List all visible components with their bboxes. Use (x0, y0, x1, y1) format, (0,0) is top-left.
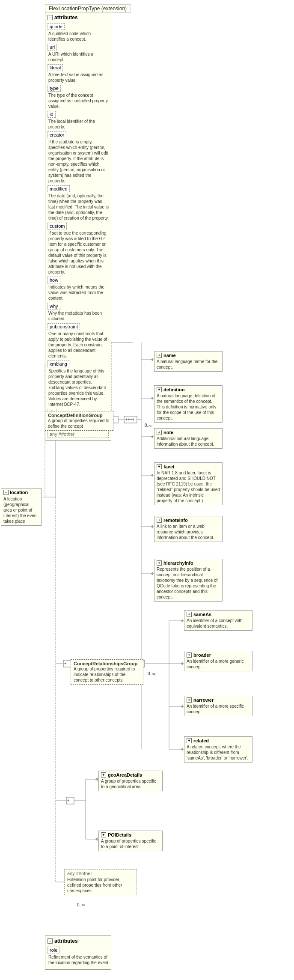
poi-box: + POIDetails A group of properties speci… (98, 831, 163, 851)
any-other-label: any ##other (67, 871, 134, 876)
prop-remoteinfo-label: + remoteInfo (157, 518, 220, 523)
attr-id-desc: The local identifier of the property. (48, 119, 109, 130)
prop-broader-label: + broader (187, 652, 250, 658)
location-desc: A location (geographical area or point o… (3, 496, 39, 524)
poi-icon: + (101, 832, 106, 837)
prop-sameas-box: + sameAs An identifier of a concept with… (184, 610, 252, 631)
attr-custom: custom If set to true the corresponding … (48, 223, 109, 275)
poi-label: + POIDetails (101, 832, 160, 837)
attr-xmllang-desc: Specifies the language of this property … (48, 368, 109, 407)
attr-role: role Refinement of the semantics of the … (48, 947, 109, 965)
location-label: - location (3, 490, 39, 495)
concept-rel-label: ConceptRelationshipsGroup (74, 661, 140, 666)
attr-qcode: qcode A qualified code which identifies … (48, 23, 109, 42)
any-other-mult: 0..∞ (77, 903, 85, 907)
attributes-header: - attributes (48, 15, 109, 21)
concept-def-box: ConceptDefinitionGroup A group of proper… (45, 411, 113, 431)
attr-uri: uri A URI which identifies a concept. (48, 44, 109, 63)
svg-text:++++: ++++ (125, 417, 134, 422)
attributes-box: - attributes qcode A qualified code whic… (45, 12, 111, 441)
svg-marker-39 (181, 662, 183, 665)
prop-facet-box: + facet In NAR 1.8 and later, facet is d… (154, 462, 223, 505)
svg-marker-37 (151, 572, 153, 575)
prop-narrower-icon: + (187, 697, 192, 703)
attr-literal-desc: A free-text value assigned as property v… (48, 72, 109, 83)
concept-def-desc: A group of properties required to define… (48, 418, 110, 429)
prop-definition-label: + definition (157, 387, 220, 392)
concept-rel-mult: 0..∞ (148, 671, 155, 676)
bottom-attributes-box: - attributes role Refinement of the sema… (45, 935, 111, 970)
attr-literal-name: literal (48, 64, 63, 71)
prop-definition-icon: + (157, 387, 162, 392)
attr-why-name: why (48, 303, 60, 310)
attributes-any-label: any ##other (50, 432, 74, 437)
bottom-attributes-title: attributes (54, 938, 78, 944)
attr-type-name: type (48, 85, 61, 92)
svg-marker-36 (151, 525, 153, 528)
any-other-box: any ##other Extension point for provider… (64, 869, 137, 895)
attributes-any-other: any ##other (48, 430, 109, 438)
attr-how-desc: Indicates by which means the value was e… (48, 284, 109, 301)
prop-name-box: + name A natural language name for the c… (154, 351, 223, 372)
attr-pubconstraint: pubconstraint One or many constraints th… (48, 323, 109, 359)
prop-facet-desc: In NAR 1.8 and later, facet is deprecate… (157, 470, 220, 503)
location-icon: - (3, 490, 9, 495)
attr-modified: modified The date (and, optionally, the … (48, 185, 109, 221)
bottom-attributes-header: - attributes (48, 938, 109, 944)
prop-name-desc: A natural language name for the concept. (157, 359, 220, 370)
attr-literal: literal A free-text value assigned as pr… (48, 64, 109, 83)
attr-uri-desc: A URI which identifies a concept. (48, 51, 109, 63)
concept-rel-box: ConceptRelationshipsGroup A group of pro… (71, 659, 143, 685)
location-box: - location A location (geographical area… (1, 488, 42, 526)
svg-text:+: + (64, 661, 66, 666)
prop-note-box: + note Additional natural language infor… (154, 428, 223, 449)
attr-qcode-name: qcode (48, 23, 65, 30)
geo-area-label: + geoAreaDetails (101, 772, 160, 777)
attributes-title: attributes (54, 15, 78, 21)
prop-hierarchyinfo-label: + hierarchyInfo (157, 560, 220, 566)
svg-rect-50 (66, 797, 74, 804)
prop-narrower-box: + narrower An identifier of a more speci… (184, 696, 252, 716)
prop-hierarchyinfo-icon: + (157, 560, 162, 566)
prop-remoteinfo-box: + remoteInfo A link to an item or a web … (154, 516, 223, 542)
attr-pubconstraint-desc: One or many constraints that apply to pu… (48, 331, 109, 359)
attr-id: id The local identifier of the property. (48, 111, 109, 130)
prop-facet-icon: + (157, 464, 162, 469)
prop-sameas-label: + sameAs (187, 612, 250, 617)
attr-creator-desc: If the attribute is empty, specifies whi… (48, 139, 109, 184)
attr-xmllang: xml:lang Specifies the language of this … (48, 360, 109, 407)
prop-facet-label: + facet (157, 464, 220, 469)
prop-related-icon: + (187, 738, 192, 743)
geo-area-box: + geoAreaDetails A group of properties s… (98, 771, 163, 791)
concept-def-label: ConceptDefinitionGroup (48, 413, 110, 418)
attr-role-desc: Refinement of the semantics of the locat… (48, 954, 109, 965)
attr-modified-desc: The date (and, optionally, the time) whe… (48, 193, 109, 221)
svg-marker-41 (181, 748, 183, 751)
svg-marker-34 (151, 435, 153, 438)
attr-how-name: how (48, 277, 60, 283)
svg-marker-32 (151, 358, 153, 361)
prop-remoteinfo-desc: A link to an item or a web resource whic… (157, 524, 220, 540)
svg-marker-35 (151, 474, 153, 477)
attr-type: type The type of the concept assigned as… (48, 85, 109, 109)
attr-how: how Indicates by which means the value w… (48, 277, 109, 301)
svg-rect-44 (124, 416, 137, 423)
svg-rect-46 (63, 660, 71, 667)
attr-creator: creator If the attribute is empty, speci… (48, 131, 109, 184)
prop-note-desc: Additional natural language information … (157, 436, 220, 447)
prop-sameas-desc: An identifier of a concept with equivale… (187, 618, 250, 629)
prop-note-label: + note (157, 430, 220, 435)
attr-role-name: role (48, 947, 59, 953)
svg-marker-33 (151, 396, 153, 400)
attributes-icon: - (48, 15, 53, 20)
attr-why: why Why the metadata has been included. (48, 303, 109, 322)
prop-sameas-icon: + (187, 612, 192, 617)
attr-custom-name: custom (48, 223, 67, 229)
attr-why-desc: Why the metadata has been included. (48, 310, 109, 322)
attr-qcode-desc: A qualified code which identifies a conc… (48, 31, 109, 42)
svg-marker-43 (95, 837, 98, 841)
prop-hierarchyinfo-desc: Represents the position of a concept in … (157, 566, 220, 600)
geo-area-desc: A group of properties specific to a geop… (101, 778, 160, 789)
svg-marker-42 (95, 777, 98, 781)
prop-note-icon: + (157, 430, 162, 435)
